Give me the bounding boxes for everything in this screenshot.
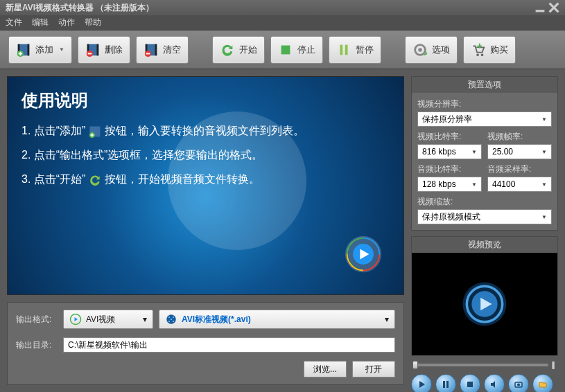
output-dir-input[interactable] — [63, 337, 395, 353]
output-format-detail[interactable]: AVI标准视频(*.avi) ▾ — [159, 310, 395, 329]
video-bitrate-select[interactable]: 816 kbps▼ — [417, 144, 482, 159]
audio-sample-label: 音频采样率: — [487, 163, 552, 175]
toolbar: 添加▼ 删除 清空 开始 停止 暂停 选项 购买 — [0, 30, 565, 69]
video-fps-select[interactable]: 25.00▼ — [487, 144, 552, 159]
refresh-icon — [220, 42, 235, 57]
menu-help[interactable]: 帮助 — [85, 17, 101, 28]
buy-button[interactable]: 购买 — [463, 36, 516, 64]
svg-point-36 — [168, 321, 170, 322]
svg-rect-44 — [467, 382, 473, 387]
menu-action[interactable]: 动作 — [58, 17, 75, 28]
titlebar: 新星AVI视频格式转换器 （未注册版本） — [0, 0, 565, 15]
stop-icon — [278, 42, 293, 57]
banner-heading: 使用说明 — [21, 89, 390, 112]
film-clear-icon — [144, 42, 159, 57]
video-res-select[interactable]: 保持原分辨率▼ — [417, 112, 552, 127]
svg-rect-43 — [446, 381, 449, 388]
browse-button[interactable]: 浏览... — [304, 361, 347, 377]
svg-point-23 — [481, 53, 484, 56]
minimize-button[interactable] — [534, 3, 546, 12]
film-add-icon — [88, 125, 102, 139]
preview-play-button[interactable] — [411, 374, 432, 392]
options-button[interactable]: 选项 — [405, 36, 458, 64]
svg-rect-17 — [281, 45, 290, 54]
menu-file[interactable]: 文件 — [6, 17, 22, 28]
svg-rect-42 — [443, 381, 445, 388]
pause-icon — [336, 42, 351, 57]
menu-edit[interactable]: 编辑 — [32, 17, 49, 28]
window-title: 新星AVI视频格式转换器 （未注册版本） — [6, 2, 154, 14]
video-bitrate-label: 视频比特率: — [417, 131, 482, 143]
stop-button[interactable]: 停止 — [270, 36, 323, 64]
video-scale-select[interactable]: 保持原视频模式▼ — [417, 209, 552, 224]
output-format-label: 输出格式: — [16, 314, 58, 326]
preview-folder-button[interactable] — [532, 374, 553, 392]
preview-panel: 视频预览 — [411, 236, 558, 356]
film-delete-icon — [85, 42, 101, 57]
svg-rect-16 — [146, 53, 150, 54]
video-res-label: 视频分辨率: — [417, 98, 552, 110]
output-dir-label: 输出目录: — [16, 339, 58, 351]
play-circle-icon — [69, 313, 82, 326]
svg-point-35 — [173, 317, 174, 318]
svg-rect-9 — [96, 44, 98, 55]
instructions-banner: 使用说明 1. 点击“添加” 按钮，输入要转换的音视频文件到列表。 2. 点击“… — [7, 76, 404, 295]
svg-point-34 — [168, 317, 170, 318]
preset-title: 预置选项 — [412, 77, 557, 93]
audio-bitrate-select[interactable]: 128 kbps▼ — [417, 177, 482, 192]
gear-icon — [412, 42, 428, 57]
seek-end-icon: ▌ — [553, 362, 557, 368]
svg-point-37 — [173, 321, 174, 322]
dropdown-icon: ▼ — [59, 46, 64, 53]
cart-icon — [471, 42, 486, 57]
output-panel: 输出格式: AVI视频 ▾ AVI标准视频(*.avi) ▾ 输出目录: 浏览.… — [7, 302, 404, 385]
preview-stop-button[interactable] — [460, 374, 480, 392]
svg-rect-18 — [340, 44, 342, 55]
menubar: 文件 编辑 动作 帮助 — [0, 15, 565, 30]
output-format-category[interactable]: AVI视频 ▾ — [63, 310, 153, 329]
close-button[interactable] — [548, 3, 559, 12]
svg-point-21 — [418, 48, 422, 52]
play-circle-icon — [344, 235, 383, 274]
audio-bitrate-label: 音频比特率: — [417, 163, 482, 175]
seek-slider[interactable] — [412, 364, 548, 366]
preview-area — [412, 253, 557, 355]
preview-mute-button[interactable] — [484, 374, 505, 392]
video-fps-label: 视频帧率: — [487, 131, 552, 143]
clear-button[interactable]: 清空 — [136, 36, 189, 64]
video-scale-label: 视频缩放: — [417, 196, 552, 208]
start-button[interactable]: 开始 — [212, 36, 265, 64]
preview-pause-button[interactable] — [435, 374, 456, 392]
open-button[interactable]: 打开 — [352, 361, 395, 377]
format-icon — [165, 313, 177, 326]
delete-button[interactable]: 删除 — [78, 36, 130, 64]
play-circle-icon — [460, 280, 509, 328]
svg-point-38 — [171, 319, 172, 320]
pause-button[interactable]: 暂停 — [329, 36, 381, 64]
seek-slider-row: ▌ — [411, 362, 558, 368]
svg-rect-19 — [345, 44, 348, 55]
svg-point-22 — [476, 53, 479, 56]
film-add-icon — [16, 42, 31, 57]
preview-title: 视频预览 — [412, 237, 557, 253]
svg-rect-5 — [28, 44, 30, 55]
audio-sample-select[interactable]: 44100▼ — [487, 177, 552, 192]
preview-controls — [411, 374, 558, 392]
preview-snapshot-button[interactable] — [508, 374, 529, 392]
svg-rect-14 — [155, 44, 157, 55]
preset-panel: 预置选项 视频分辨率: 保持原分辨率▼ 视频比特率: 816 kbps▼ 视频帧… — [411, 76, 558, 231]
svg-point-46 — [517, 384, 520, 386]
refresh-icon — [88, 173, 102, 187]
add-button[interactable]: 添加▼ — [8, 36, 72, 64]
svg-rect-11 — [88, 53, 92, 54]
